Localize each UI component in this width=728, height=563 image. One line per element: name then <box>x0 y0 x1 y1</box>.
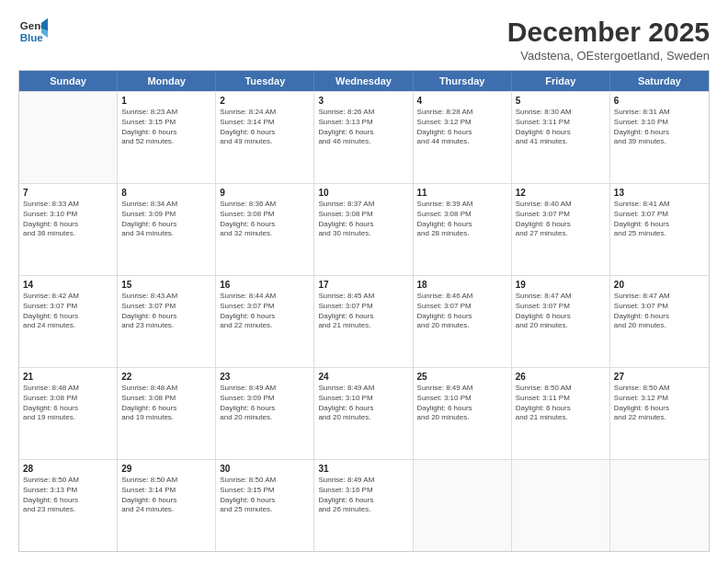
cal-cell-r0-c2: 2Sunrise: 8:24 AM Sunset: 3:14 PM Daylig… <box>216 92 314 183</box>
cal-cell-r4-c5 <box>512 460 610 551</box>
cal-row-3: 21Sunrise: 8:48 AM Sunset: 3:08 PM Dayli… <box>19 367 709 459</box>
cell-date: 1 <box>121 95 211 107</box>
cell-date: 11 <box>417 187 507 199</box>
cell-info: Sunrise: 8:26 AM Sunset: 3:13 PM Dayligh… <box>318 108 408 147</box>
cell-info: Sunrise: 8:45 AM Sunset: 3:07 PM Dayligh… <box>318 292 408 331</box>
cal-header-tuesday: Tuesday <box>216 71 314 91</box>
cell-info: Sunrise: 8:50 AM Sunset: 3:15 PM Dayligh… <box>220 476 310 515</box>
cell-date: 6 <box>614 95 705 107</box>
cal-cell-r2-c5: 19Sunrise: 8:47 AM Sunset: 3:07 PM Dayli… <box>512 276 610 367</box>
cal-header-saturday: Saturday <box>610 71 709 91</box>
cell-info: Sunrise: 8:31 AM Sunset: 3:10 PM Dayligh… <box>614 108 705 147</box>
cell-date: 17 <box>318 279 408 291</box>
cell-info: Sunrise: 8:36 AM Sunset: 3:08 PM Dayligh… <box>220 200 310 239</box>
cal-cell-r4-c4 <box>414 460 512 551</box>
cal-cell-r2-c2: 16Sunrise: 8:44 AM Sunset: 3:07 PM Dayli… <box>216 276 314 367</box>
cal-cell-r4-c1: 29Sunrise: 8:50 AM Sunset: 3:14 PM Dayli… <box>118 460 216 551</box>
cal-cell-r3-c3: 24Sunrise: 8:49 AM Sunset: 3:10 PM Dayli… <box>314 368 413 459</box>
cell-info: Sunrise: 8:50 AM Sunset: 3:14 PM Dayligh… <box>121 476 211 515</box>
cell-info: Sunrise: 8:37 AM Sunset: 3:08 PM Dayligh… <box>318 200 408 239</box>
main-title: December 2025 <box>507 17 710 47</box>
cal-cell-r2-c0: 14Sunrise: 8:42 AM Sunset: 3:07 PM Dayli… <box>19 276 118 367</box>
cell-date: 7 <box>23 187 113 199</box>
cell-info: Sunrise: 8:43 AM Sunset: 3:07 PM Dayligh… <box>121 292 211 331</box>
cal-cell-r1-c3: 10Sunrise: 8:37 AM Sunset: 3:08 PM Dayli… <box>314 184 413 275</box>
cell-info: Sunrise: 8:47 AM Sunset: 3:07 PM Dayligh… <box>516 292 606 331</box>
cal-cell-r0-c1: 1Sunrise: 8:23 AM Sunset: 3:15 PM Daylig… <box>118 92 216 183</box>
cell-date: 19 <box>516 279 606 291</box>
cal-cell-r0-c0 <box>19 92 118 183</box>
cell-date: 26 <box>516 371 606 383</box>
calendar-body: 1Sunrise: 8:23 AM Sunset: 3:15 PM Daylig… <box>19 91 709 551</box>
cell-info: Sunrise: 8:40 AM Sunset: 3:07 PM Dayligh… <box>516 200 606 239</box>
cell-date: 27 <box>614 371 705 383</box>
cell-date: 14 <box>23 279 113 291</box>
cal-cell-r1-c1: 8Sunrise: 8:34 AM Sunset: 3:09 PM Daylig… <box>118 184 216 275</box>
cell-date: 31 <box>318 463 408 475</box>
cal-cell-r3-c5: 26Sunrise: 8:50 AM Sunset: 3:11 PM Dayli… <box>512 368 610 459</box>
cal-cell-r0-c3: 3Sunrise: 8:26 AM Sunset: 3:13 PM Daylig… <box>314 92 413 183</box>
cal-cell-r3-c0: 21Sunrise: 8:48 AM Sunset: 3:08 PM Dayli… <box>19 368 118 459</box>
cell-date: 18 <box>417 279 507 291</box>
cell-info: Sunrise: 8:50 AM Sunset: 3:12 PM Dayligh… <box>614 384 705 423</box>
cal-cell-r3-c6: 27Sunrise: 8:50 AM Sunset: 3:12 PM Dayli… <box>610 368 709 459</box>
page: General Blue General Blue December 2025 … <box>0 0 728 563</box>
cell-info: Sunrise: 8:46 AM Sunset: 3:07 PM Dayligh… <box>417 292 507 331</box>
cal-header-friday: Friday <box>512 71 610 91</box>
cell-date: 29 <box>121 463 211 475</box>
header: General Blue General Blue December 2025 … <box>18 17 710 63</box>
cal-cell-r2-c3: 17Sunrise: 8:45 AM Sunset: 3:07 PM Dayli… <box>314 276 413 367</box>
cal-cell-r1-c5: 12Sunrise: 8:40 AM Sunset: 3:07 PM Dayli… <box>512 184 610 275</box>
cal-cell-r4-c3: 31Sunrise: 8:49 AM Sunset: 3:16 PM Dayli… <box>314 460 413 551</box>
cell-date: 2 <box>220 95 310 107</box>
logo: General Blue General Blue <box>18 17 48 46</box>
cal-cell-r4-c6 <box>610 460 709 551</box>
cal-cell-r0-c5: 5Sunrise: 8:30 AM Sunset: 3:11 PM Daylig… <box>512 92 610 183</box>
cell-date: 20 <box>614 279 705 291</box>
cell-date: 12 <box>516 187 606 199</box>
calendar: SundayMondayTuesdayWednesdayThursdayFrid… <box>18 70 710 552</box>
cell-info: Sunrise: 8:50 AM Sunset: 3:11 PM Dayligh… <box>516 384 606 423</box>
cell-info: Sunrise: 8:48 AM Sunset: 3:08 PM Dayligh… <box>23 384 113 423</box>
cal-header-wednesday: Wednesday <box>314 71 413 91</box>
cell-info: Sunrise: 8:33 AM Sunset: 3:10 PM Dayligh… <box>23 200 113 239</box>
cal-row-1: 7Sunrise: 8:33 AM Sunset: 3:10 PM Daylig… <box>19 183 709 275</box>
cell-info: Sunrise: 8:39 AM Sunset: 3:08 PM Dayligh… <box>417 200 507 239</box>
cal-header-monday: Monday <box>118 71 216 91</box>
cal-cell-r2-c4: 18Sunrise: 8:46 AM Sunset: 3:07 PM Dayli… <box>414 276 512 367</box>
cal-cell-r3-c2: 23Sunrise: 8:49 AM Sunset: 3:09 PM Dayli… <box>216 368 314 459</box>
calendar-header-row: SundayMondayTuesdayWednesdayThursdayFrid… <box>19 71 709 91</box>
cal-cell-r1-c6: 13Sunrise: 8:41 AM Sunset: 3:07 PM Dayli… <box>610 184 709 275</box>
cell-info: Sunrise: 8:44 AM Sunset: 3:07 PM Dayligh… <box>220 292 310 331</box>
cell-date: 16 <box>220 279 310 291</box>
cal-cell-r4-c0: 28Sunrise: 8:50 AM Sunset: 3:13 PM Dayli… <box>19 460 118 551</box>
cal-cell-r3-c1: 22Sunrise: 8:48 AM Sunset: 3:08 PM Dayli… <box>118 368 216 459</box>
cell-date: 3 <box>318 95 408 107</box>
cal-cell-r1-c2: 9Sunrise: 8:36 AM Sunset: 3:08 PM Daylig… <box>216 184 314 275</box>
cal-header-sunday: Sunday <box>19 71 118 91</box>
cell-date: 22 <box>121 371 211 383</box>
cal-cell-r0-c4: 4Sunrise: 8:28 AM Sunset: 3:12 PM Daylig… <box>414 92 512 183</box>
cell-date: 8 <box>121 187 211 199</box>
cell-date: 10 <box>318 187 408 199</box>
cal-cell-r1-c0: 7Sunrise: 8:33 AM Sunset: 3:10 PM Daylig… <box>19 184 118 275</box>
logo-icon: General Blue <box>18 17 48 46</box>
cell-date: 5 <box>516 95 606 107</box>
cell-date: 13 <box>614 187 705 199</box>
cell-date: 21 <box>23 371 113 383</box>
cal-cell-r2-c6: 20Sunrise: 8:47 AM Sunset: 3:07 PM Dayli… <box>610 276 709 367</box>
cell-info: Sunrise: 8:49 AM Sunset: 3:16 PM Dayligh… <box>318 476 408 515</box>
cell-date: 30 <box>220 463 310 475</box>
cal-header-thursday: Thursday <box>414 71 512 91</box>
cell-info: Sunrise: 8:41 AM Sunset: 3:07 PM Dayligh… <box>614 200 705 239</box>
cell-info: Sunrise: 8:50 AM Sunset: 3:13 PM Dayligh… <box>23 476 113 515</box>
cell-info: Sunrise: 8:42 AM Sunset: 3:07 PM Dayligh… <box>23 292 113 331</box>
cell-info: Sunrise: 8:48 AM Sunset: 3:08 PM Dayligh… <box>121 384 211 423</box>
cal-cell-r4-c2: 30Sunrise: 8:50 AM Sunset: 3:15 PM Dayli… <box>216 460 314 551</box>
cell-info: Sunrise: 8:30 AM Sunset: 3:11 PM Dayligh… <box>516 108 606 147</box>
cell-date: 25 <box>417 371 507 383</box>
cal-cell-r1-c4: 11Sunrise: 8:39 AM Sunset: 3:08 PM Dayli… <box>414 184 512 275</box>
subtitle: Vadstena, OEstergoetland, Sweden <box>507 49 710 63</box>
cell-info: Sunrise: 8:24 AM Sunset: 3:14 PM Dayligh… <box>220 108 310 147</box>
cell-date: 4 <box>417 95 507 107</box>
